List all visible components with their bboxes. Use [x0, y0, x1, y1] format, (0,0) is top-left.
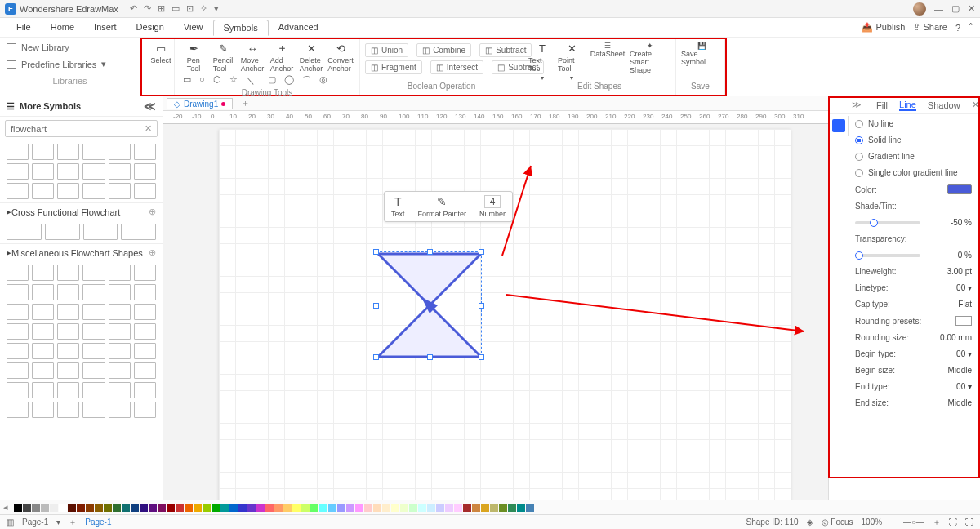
- lineweight-value[interactable]: 3.00 pt: [947, 267, 972, 276]
- shadow-tab[interactable]: Shadow: [928, 100, 960, 110]
- shape-circle-icon[interactable]: ○: [199, 74, 205, 87]
- shape-star-icon[interactable]: ☆: [229, 74, 238, 87]
- shape-ellipse-icon[interactable]: ◯: [284, 74, 294, 87]
- symbol-shape[interactable]: [7, 144, 29, 160]
- fit-page-icon[interactable]: ⛶: [949, 518, 957, 527]
- shape-rrect-icon[interactable]: ▢: [268, 74, 276, 87]
- menu-insert[interactable]: Insert: [84, 20, 127, 36]
- symbol-shape[interactable]: [32, 382, 54, 398]
- symbol-shape[interactable]: [32, 163, 54, 180]
- new-library-button[interactable]: New Library: [7, 41, 133, 54]
- intersect-button[interactable]: ◫ Intersect: [430, 60, 483, 74]
- symbol-shape[interactable]: [82, 323, 105, 340]
- symbol-shape[interactable]: [32, 343, 54, 359]
- palette-swatch[interactable]: [292, 504, 301, 512]
- palette-swatch[interactable]: [409, 504, 417, 512]
- canvas-area[interactable]: ◇ Drawing1 ＋ -20-10010203040506070809010…: [163, 96, 980, 500]
- ctx-format-painter[interactable]: ✎Format Painter: [418, 195, 467, 218]
- symbol-shape[interactable]: [109, 144, 131, 160]
- symbol-shape[interactable]: [57, 382, 79, 398]
- cap-value[interactable]: Flat: [958, 300, 972, 309]
- transparency-slider[interactable]: [855, 254, 920, 257]
- symbol-shape[interactable]: [32, 362, 54, 379]
- palette-swatch[interactable]: [194, 504, 202, 512]
- palette-swatch[interactable]: [158, 504, 166, 512]
- symbol-shape[interactable]: [32, 264, 54, 281]
- rounding-size-value[interactable]: 0.00 mm: [940, 333, 972, 342]
- symbol-shape[interactable]: [134, 402, 156, 418]
- drawtool-3[interactable]: ＋AddAnchor: [268, 42, 296, 73]
- palette-swatch[interactable]: [32, 504, 40, 512]
- line-color-swatch[interactable]: [947, 184, 972, 194]
- shape-spiral-icon[interactable]: ◎: [319, 74, 327, 87]
- palette-swatch[interactable]: [265, 504, 274, 512]
- palette-swatch[interactable]: [14, 504, 22, 512]
- predefine-libraries-button[interactable]: Predefine Libraries▾: [7, 57, 133, 71]
- symbol-shape[interactable]: [57, 284, 79, 300]
- symbol-shape[interactable]: [57, 343, 79, 359]
- page-name[interactable]: Page-1: [22, 518, 48, 527]
- document-tab[interactable]: ◇ Drawing1: [167, 98, 233, 109]
- palette-swatch[interactable]: [247, 504, 256, 512]
- palette-swatch[interactable]: [391, 504, 399, 512]
- symbol-shape[interactable]: [82, 284, 105, 300]
- pages-icon[interactable]: ▥: [7, 518, 14, 527]
- create-smart-shape-button[interactable]: ✦Create Smart Shape: [630, 42, 670, 82]
- palette-swatch[interactable]: [508, 504, 516, 512]
- palette-swatch[interactable]: [319, 504, 327, 512]
- palette-swatch[interactable]: [122, 504, 130, 512]
- palette-swatch[interactable]: [400, 504, 408, 512]
- symbol-shape[interactable]: [82, 382, 105, 398]
- symbol-search[interactable]: flowchart✕: [5, 120, 158, 137]
- symbol-shape[interactable]: [134, 343, 156, 359]
- datasheet-button[interactable]: ☰DataSheet: [587, 42, 628, 82]
- palette-swatch[interactable]: [185, 504, 193, 512]
- minimize-icon[interactable]: —: [934, 4, 943, 14]
- symbol-shape[interactable]: [57, 264, 79, 281]
- share-button[interactable]: ⇪ Share: [913, 22, 947, 33]
- fill-tab[interactable]: Fill: [876, 100, 888, 110]
- shape-hex-icon[interactable]: ⬡: [213, 74, 221, 87]
- palette-swatch[interactable]: [310, 504, 318, 512]
- palette-swatch[interactable]: [472, 504, 480, 512]
- symbol-shape[interactable]: [134, 183, 156, 199]
- symbol-shape[interactable]: [134, 362, 156, 379]
- line-tab[interactable]: Line: [899, 100, 916, 111]
- add-page-button[interactable]: ＋: [69, 517, 77, 528]
- palette-swatch[interactable]: [131, 504, 139, 512]
- zoom-out-icon[interactable]: −: [890, 518, 895, 527]
- begin-type-value[interactable]: 00 ▾: [956, 349, 972, 358]
- palette-swatch[interactable]: [140, 504, 148, 512]
- palette-swatch[interactable]: [346, 504, 354, 512]
- expand-panel-icon[interactable]: ≫: [852, 100, 862, 110]
- palette-swatch[interactable]: [176, 504, 184, 512]
- qa-icon[interactable]: ▭: [172, 3, 180, 14]
- user-avatar[interactable]: [913, 2, 926, 16]
- symbol-shape[interactable]: [7, 343, 29, 359]
- clear-search-icon[interactable]: ✕: [145, 123, 152, 134]
- symbol-shape[interactable]: [109, 323, 131, 340]
- symbol-shape[interactable]: [82, 163, 105, 180]
- symbol-shape[interactable]: [109, 264, 131, 281]
- symbol-shape[interactable]: [82, 362, 105, 379]
- symbol-shape[interactable]: [134, 264, 156, 281]
- qa-icon[interactable]: ✧: [200, 3, 207, 14]
- drawtool-4[interactable]: ✕DeleteAnchor: [297, 42, 325, 73]
- symbol-shape[interactable]: [32, 284, 54, 300]
- menu-view[interactable]: View: [174, 20, 213, 36]
- qa-icon[interactable]: ⊡: [186, 3, 194, 14]
- zoom-slider[interactable]: —○—: [903, 518, 924, 527]
- symbol-shape[interactable]: [82, 402, 105, 418]
- undo-icon[interactable]: ↶: [130, 3, 137, 14]
- zoom-in-icon[interactable]: ＋: [933, 517, 941, 528]
- menu-home[interactable]: Home: [41, 20, 84, 36]
- palette-swatch[interactable]: [328, 504, 336, 512]
- palette-swatch[interactable]: [212, 504, 220, 512]
- menu-file[interactable]: File: [7, 20, 41, 36]
- symbol-shape[interactable]: [7, 304, 29, 320]
- palette-swatch[interactable]: [95, 504, 103, 512]
- begin-size-value[interactable]: Middle: [948, 366, 972, 375]
- symbol-shape[interactable]: [57, 183, 79, 199]
- symbol-shape[interactable]: [134, 304, 156, 320]
- end-type-value[interactable]: 00 ▾: [956, 382, 972, 391]
